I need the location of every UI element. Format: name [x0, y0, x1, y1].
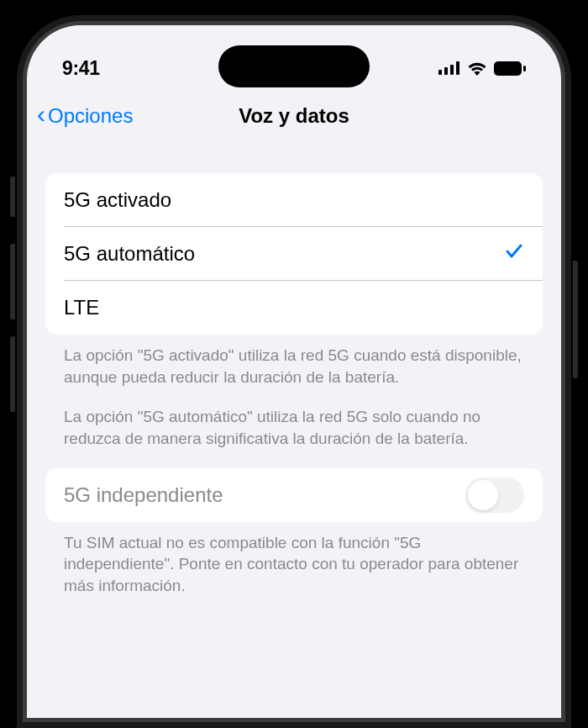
svg-rect-5: [523, 66, 526, 71]
option-lte[interactable]: LTE: [45, 281, 543, 335]
option-label: 5G activado: [64, 188, 171, 212]
option-label: LTE: [64, 296, 99, 319]
option-label: 5G automático: [64, 242, 195, 266]
cellular-signal-icon: [438, 61, 460, 75]
toggle-label: 5G independiente: [64, 483, 223, 507]
svg-rect-0: [438, 70, 442, 75]
dynamic-island: [218, 45, 370, 87]
standalone-footer-text: Tu SIM actual no es compatible con la fu…: [45, 522, 543, 597]
wifi-icon: [467, 61, 487, 76]
status-time: 9:41: [62, 57, 100, 80]
standalone-5g-group: 5G independiente: [45, 468, 543, 522]
navigation-bar: ‹ Opciones Voz y datos: [27, 92, 561, 140]
checkmark-icon: [504, 240, 524, 267]
page-title: Voz y datos: [239, 104, 349, 128]
svg-rect-3: [456, 61, 459, 75]
back-label: Opciones: [48, 104, 133, 128]
svg-rect-1: [444, 67, 448, 75]
voice-data-options-list: 5G activado 5G automático LTE: [45, 173, 543, 335]
battery-icon: [494, 61, 526, 76]
svg-rect-4: [494, 61, 522, 76]
options-footer-text: La opción "5G activado" utiliza la red 5…: [45, 335, 543, 450]
svg-rect-2: [450, 65, 454, 75]
toggle-knob: [468, 480, 498, 510]
standalone-5g-row: 5G independiente: [45, 468, 543, 522]
volume-up-button: [10, 244, 15, 319]
standalone-5g-toggle[interactable]: [465, 477, 524, 513]
silent-switch: [10, 177, 15, 217]
chevron-left-icon: ‹: [37, 102, 45, 127]
volume-down-button: [10, 336, 15, 412]
power-button: [573, 261, 578, 378]
option-5g-auto[interactable]: 5G automático: [45, 227, 543, 281]
option-5g-on[interactable]: 5G activado: [45, 173, 543, 227]
back-button[interactable]: ‹ Opciones: [37, 104, 133, 128]
